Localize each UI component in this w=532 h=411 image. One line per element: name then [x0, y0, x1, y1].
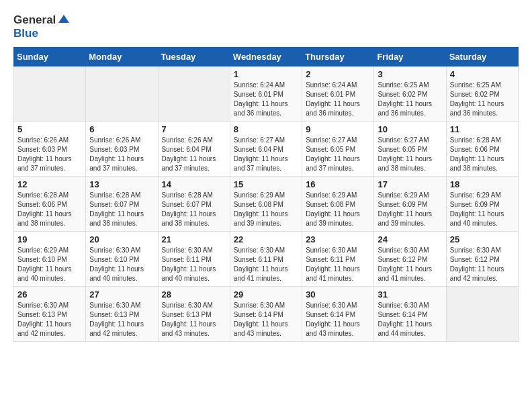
- day-info: Sunrise: 6:29 AM Sunset: 6:10 PM Dayligh…: [17, 246, 82, 283]
- calendar-table: SundayMondayTuesdayWednesdayThursdayFrid…: [13, 47, 519, 342]
- day-info: Sunrise: 6:26 AM Sunset: 6:04 PM Dayligh…: [162, 136, 226, 173]
- day-info: Sunrise: 6:27 AM Sunset: 6:05 PM Dayligh…: [378, 136, 442, 173]
- day-info: Sunrise: 6:30 AM Sunset: 6:13 PM Dayligh…: [162, 301, 226, 338]
- day-info: Sunrise: 6:30 AM Sunset: 6:14 PM Dayligh…: [306, 301, 370, 338]
- page-header: General Blue: [13, 13, 519, 40]
- calendar-cell: [158, 66, 230, 122]
- calendar-cell: 4Sunrise: 6:25 AM Sunset: 6:02 PM Daylig…: [446, 66, 518, 122]
- calendar-cell: 2Sunrise: 6:24 AM Sunset: 6:01 PM Daylig…: [302, 66, 374, 122]
- day-number: 10: [378, 124, 442, 134]
- day-info: Sunrise: 6:30 AM Sunset: 6:12 PM Dayligh…: [450, 246, 515, 283]
- day-info: Sunrise: 6:28 AM Sunset: 6:07 PM Dayligh…: [89, 191, 154, 228]
- calendar-cell: 30Sunrise: 6:30 AM Sunset: 6:14 PM Dayli…: [302, 287, 374, 342]
- svg-marker-0: [58, 15, 69, 23]
- day-info: Sunrise: 6:30 AM Sunset: 6:11 PM Dayligh…: [306, 246, 370, 283]
- calendar-cell: [86, 66, 158, 122]
- day-info: Sunrise: 6:24 AM Sunset: 6:01 PM Dayligh…: [306, 81, 370, 118]
- day-number: 24: [378, 234, 442, 244]
- calendar-cell: 14Sunrise: 6:28 AM Sunset: 6:07 PM Dayli…: [158, 177, 230, 232]
- calendar-week-row: 12Sunrise: 6:28 AM Sunset: 6:06 PM Dayli…: [14, 177, 519, 232]
- day-number: 31: [378, 289, 442, 300]
- day-info: Sunrise: 6:25 AM Sunset: 6:02 PM Dayligh…: [450, 81, 515, 118]
- day-info: Sunrise: 6:29 AM Sunset: 6:09 PM Dayligh…: [450, 191, 515, 228]
- day-number: 5: [17, 124, 82, 134]
- day-number: 22: [234, 234, 298, 244]
- calendar-week-row: 1Sunrise: 6:24 AM Sunset: 6:01 PM Daylig…: [14, 66, 519, 122]
- day-info: Sunrise: 6:26 AM Sunset: 6:03 PM Dayligh…: [89, 136, 154, 173]
- day-number: 28: [162, 289, 226, 300]
- calendar-cell: 31Sunrise: 6:30 AM Sunset: 6:14 PM Dayli…: [374, 287, 446, 342]
- day-info: Sunrise: 6:29 AM Sunset: 6:09 PM Dayligh…: [378, 191, 442, 228]
- day-of-week-header: Monday: [86, 48, 158, 66]
- day-number: 9: [306, 124, 370, 134]
- calendar-cell: 15Sunrise: 6:29 AM Sunset: 6:08 PM Dayli…: [230, 177, 302, 232]
- calendar-cell: 16Sunrise: 6:29 AM Sunset: 6:08 PM Dayli…: [302, 177, 374, 232]
- day-number: 16: [306, 179, 370, 189]
- day-info: Sunrise: 6:28 AM Sunset: 6:07 PM Dayligh…: [162, 191, 226, 228]
- day-number: 19: [17, 234, 82, 244]
- day-info: Sunrise: 6:24 AM Sunset: 6:01 PM Dayligh…: [234, 81, 298, 118]
- calendar-cell: 1Sunrise: 6:24 AM Sunset: 6:01 PM Daylig…: [230, 66, 302, 122]
- day-info: Sunrise: 6:26 AM Sunset: 6:03 PM Dayligh…: [17, 136, 82, 173]
- calendar-cell: 3Sunrise: 6:25 AM Sunset: 6:02 PM Daylig…: [374, 66, 446, 122]
- day-of-week-header: Saturday: [446, 48, 518, 66]
- calendar-cell: 9Sunrise: 6:27 AM Sunset: 6:05 PM Daylig…: [302, 122, 374, 177]
- day-info: Sunrise: 6:30 AM Sunset: 6:11 PM Dayligh…: [162, 246, 226, 283]
- day-number: 17: [378, 179, 442, 189]
- logo: General Blue: [13, 13, 71, 40]
- calendar-cell: 23Sunrise: 6:30 AM Sunset: 6:11 PM Dayli…: [302, 232, 374, 287]
- day-of-week-header: Tuesday: [158, 48, 230, 66]
- calendar-cell: 17Sunrise: 6:29 AM Sunset: 6:09 PM Dayli…: [374, 177, 446, 232]
- day-info: Sunrise: 6:29 AM Sunset: 6:08 PM Dayligh…: [234, 191, 298, 228]
- calendar-cell: 12Sunrise: 6:28 AM Sunset: 6:06 PM Dayli…: [14, 177, 86, 232]
- day-info: Sunrise: 6:30 AM Sunset: 6:13 PM Dayligh…: [89, 301, 154, 338]
- day-number: 12: [17, 179, 82, 189]
- day-number: 11: [450, 124, 515, 134]
- day-number: 13: [89, 179, 154, 189]
- day-number: 15: [234, 179, 298, 189]
- day-number: 23: [306, 234, 370, 244]
- day-number: 1: [234, 69, 298, 79]
- day-number: 27: [89, 289, 154, 300]
- day-info: Sunrise: 6:30 AM Sunset: 6:13 PM Dayligh…: [17, 301, 82, 338]
- day-of-week-header: Friday: [374, 48, 446, 66]
- calendar-cell: 10Sunrise: 6:27 AM Sunset: 6:05 PM Dayli…: [374, 122, 446, 177]
- calendar-cell: 27Sunrise: 6:30 AM Sunset: 6:13 PM Dayli…: [86, 287, 158, 342]
- calendar-cell: 5Sunrise: 6:26 AM Sunset: 6:03 PM Daylig…: [14, 122, 86, 177]
- calendar-cell: 25Sunrise: 6:30 AM Sunset: 6:12 PM Dayli…: [446, 232, 518, 287]
- calendar-cell: 6Sunrise: 6:26 AM Sunset: 6:03 PM Daylig…: [86, 122, 158, 177]
- calendar-cell: 7Sunrise: 6:26 AM Sunset: 6:04 PM Daylig…: [158, 122, 230, 177]
- calendar-cell: 26Sunrise: 6:30 AM Sunset: 6:13 PM Dayli…: [14, 287, 86, 342]
- day-number: 29: [234, 289, 298, 300]
- day-of-week-header: Sunday: [14, 48, 86, 66]
- day-of-week-header: Thursday: [302, 48, 374, 66]
- day-info: Sunrise: 6:27 AM Sunset: 6:05 PM Dayligh…: [306, 136, 370, 173]
- calendar-week-row: 19Sunrise: 6:29 AM Sunset: 6:10 PM Dayli…: [14, 232, 519, 287]
- day-number: 20: [89, 234, 154, 244]
- calendar-week-row: 26Sunrise: 6:30 AM Sunset: 6:13 PM Dayli…: [14, 287, 519, 342]
- day-info: Sunrise: 6:28 AM Sunset: 6:06 PM Dayligh…: [450, 136, 515, 173]
- day-info: Sunrise: 6:30 AM Sunset: 6:14 PM Dayligh…: [234, 301, 298, 338]
- calendar-week-row: 5Sunrise: 6:26 AM Sunset: 6:03 PM Daylig…: [14, 122, 519, 177]
- day-number: 3: [378, 69, 442, 79]
- day-info: Sunrise: 6:30 AM Sunset: 6:11 PM Dayligh…: [234, 246, 298, 283]
- day-info: Sunrise: 6:30 AM Sunset: 6:14 PM Dayligh…: [378, 301, 442, 338]
- calendar-body: 1Sunrise: 6:24 AM Sunset: 6:01 PM Daylig…: [14, 66, 519, 342]
- calendar-cell: 11Sunrise: 6:28 AM Sunset: 6:06 PM Dayli…: [446, 122, 518, 177]
- calendar-cell: 24Sunrise: 6:30 AM Sunset: 6:12 PM Dayli…: [374, 232, 446, 287]
- calendar-cell: 13Sunrise: 6:28 AM Sunset: 6:07 PM Dayli…: [86, 177, 158, 232]
- day-info: Sunrise: 6:30 AM Sunset: 6:12 PM Dayligh…: [378, 246, 442, 283]
- day-info: Sunrise: 6:30 AM Sunset: 6:10 PM Dayligh…: [89, 246, 154, 283]
- day-number: 7: [162, 124, 226, 134]
- days-of-week-row: SundayMondayTuesdayWednesdayThursdayFrid…: [14, 48, 519, 66]
- calendar-cell: 22Sunrise: 6:30 AM Sunset: 6:11 PM Dayli…: [230, 232, 302, 287]
- day-info: Sunrise: 6:28 AM Sunset: 6:06 PM Dayligh…: [17, 191, 82, 228]
- day-of-week-header: Wednesday: [230, 48, 302, 66]
- calendar-cell: 28Sunrise: 6:30 AM Sunset: 6:13 PM Dayli…: [158, 287, 230, 342]
- day-number: 26: [17, 289, 82, 300]
- calendar-cell: [446, 287, 518, 342]
- calendar-header: SundayMondayTuesdayWednesdayThursdayFrid…: [14, 48, 519, 66]
- day-number: 6: [89, 124, 154, 134]
- day-number: 14: [162, 179, 226, 189]
- calendar-cell: 8Sunrise: 6:27 AM Sunset: 6:04 PM Daylig…: [230, 122, 302, 177]
